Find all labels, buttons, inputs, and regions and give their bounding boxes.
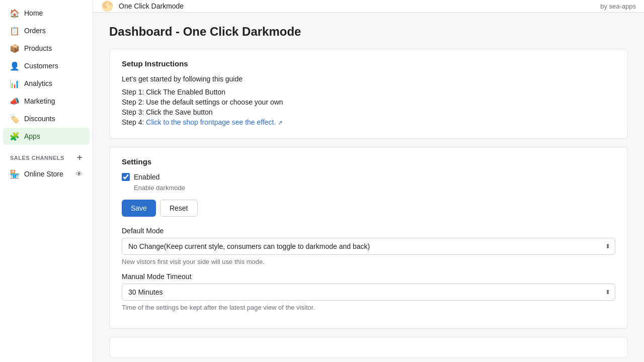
reset-button[interactable]: Reset xyxy=(160,200,198,217)
action-buttons: Save Reset xyxy=(122,200,615,217)
default-mode-label: Default Mode xyxy=(122,227,615,235)
step-4: Step 4: Click to the shop frontpage see … xyxy=(122,118,615,126)
default-mode-select[interactable]: No Change(Keep current style, consumers … xyxy=(122,238,615,255)
sales-channels-header: SALES CHANNELS + xyxy=(3,147,90,165)
timeout-select[interactable]: 30 Minutes1 Hour2 HoursNever xyxy=(122,284,615,301)
sidebar-item-marketing[interactable]: 📣 Marketing xyxy=(3,93,90,110)
sales-channels-label: SALES CHANNELS xyxy=(10,155,64,161)
home-icon: 🏠 xyxy=(10,9,19,18)
timeout-label: Manual Mode Timeout xyxy=(122,273,615,281)
step-4-link[interactable]: Click to the shop frontpage see the effe… xyxy=(146,118,283,126)
eye-icon[interactable]: 👁 xyxy=(75,170,83,178)
apps-icon: 🧩 xyxy=(10,132,19,141)
sidebar-item-products[interactable]: 📦 Products xyxy=(3,40,90,57)
visitors-hint: New vistors first visit your side will u… xyxy=(122,258,615,265)
sidebar-label-products: Products xyxy=(24,44,52,52)
step-4-prefix: Step 4: xyxy=(122,118,146,126)
timeout-hint: Time of the settings be kept after the l… xyxy=(122,304,615,311)
external-link-icon: ↗ xyxy=(278,119,283,126)
enabled-checkbox-row: Enabled xyxy=(122,173,615,181)
save-button[interactable]: Save xyxy=(122,200,156,217)
topbar: 🌕 One Click Darkmode by sea-apps xyxy=(93,0,644,13)
sidebar-label-home: Home xyxy=(24,9,43,17)
sidebar-item-discounts[interactable]: 🏷️ Discounts xyxy=(3,110,90,127)
setup-instructions-card: Setup Instructions Let's get started by … xyxy=(109,49,628,139)
sidebar-label-discounts: Discounts xyxy=(24,115,55,123)
sidebar-item-apps[interactable]: 🧩 Apps xyxy=(3,128,90,145)
online-store-label: Online Store xyxy=(24,170,63,178)
sidebar-label-apps: Apps xyxy=(24,132,40,140)
marketing-icon: 📣 xyxy=(10,97,19,106)
setup-card-title: Setup Instructions xyxy=(122,59,615,68)
sidebar-item-analytics[interactable]: 📊 Analytics xyxy=(3,75,90,92)
sidebar: 🏠 Home 📋 Orders 📦 Products 👤 Customers 📊… xyxy=(0,0,93,362)
online-store-icon: 🏪 xyxy=(10,169,19,178)
sidebar-item-customers[interactable]: 👤 Customers xyxy=(3,57,90,74)
topbar-by: by sea-apps xyxy=(600,3,636,10)
default-mode-select-wrapper: No Change(Keep current style, consumers … xyxy=(122,238,615,255)
timeout-select-wrapper: 30 Minutes1 Hour2 HoursNever ⬍ xyxy=(122,284,615,301)
main-content: 🌕 One Click Darkmode by sea-apps Dashboa… xyxy=(93,0,644,362)
discounts-icon: 🏷️ xyxy=(10,114,19,123)
next-card xyxy=(109,337,628,358)
app-title: One Click Darkmode xyxy=(119,2,184,10)
analytics-icon: 📊 xyxy=(10,79,19,88)
orders-icon: 📋 xyxy=(10,26,19,35)
setup-intro: Let's get started by following this guid… xyxy=(122,75,615,83)
add-channel-button[interactable]: + xyxy=(77,152,83,163)
customers-icon: 👤 xyxy=(10,61,19,70)
enabled-hint: Enable darkmode xyxy=(134,184,615,192)
settings-card-title: Settings xyxy=(122,157,615,166)
products-icon: 📦 xyxy=(10,44,19,53)
sidebar-label-marketing: Marketing xyxy=(24,97,55,105)
app-globe-icon: 🌕 xyxy=(101,0,114,12)
sidebar-label-analytics: Analytics xyxy=(24,79,52,87)
step-2: Step 2: Use the default settings or choo… xyxy=(122,98,615,106)
settings-card: Settings Enabled Enable darkmode Save Re… xyxy=(109,147,628,329)
sidebar-item-orders[interactable]: 📋 Orders xyxy=(3,22,90,39)
enabled-checkbox[interactable] xyxy=(122,173,130,181)
sidebar-item-home[interactable]: 🏠 Home xyxy=(3,5,90,22)
enabled-label[interactable]: Enabled xyxy=(134,173,159,181)
page-title: Dashboard - One Click Darkmode xyxy=(109,25,628,39)
page-content: Dashboard - One Click Darkmode Setup Ins… xyxy=(93,13,644,362)
sidebar-label-customers: Customers xyxy=(24,62,58,70)
online-store-item[interactable]: 🏪 Online Store 👁 xyxy=(3,165,90,183)
sidebar-label-orders: Orders xyxy=(24,27,46,35)
step-3: Step 3: Click the Save button xyxy=(122,108,615,116)
step-1: Step 1: Click The Enabled Button xyxy=(122,88,615,96)
